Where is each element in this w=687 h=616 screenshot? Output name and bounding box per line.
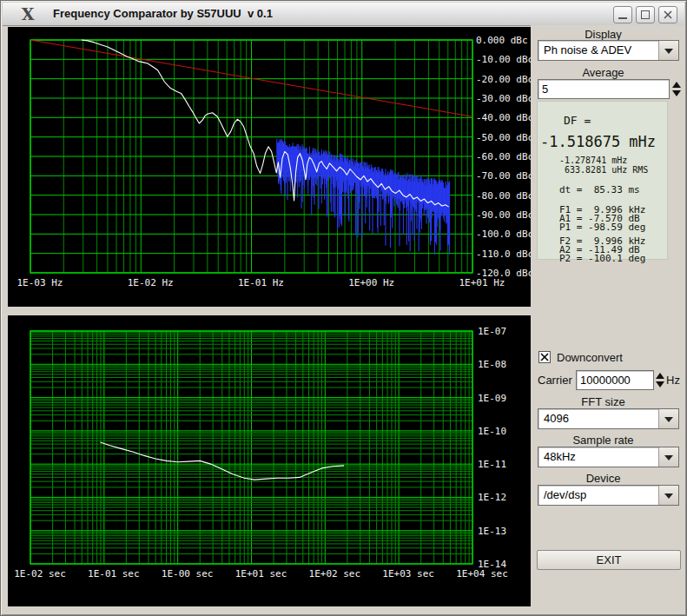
close-button[interactable] [658,6,677,23]
display-select-value: Ph noise & ADEV [544,41,631,60]
device-select[interactable]: /dev/dsp [538,485,679,506]
x-tick-label: 1E-03 Hz [17,277,63,288]
y-tick-label: -30.00 dBc [476,93,531,104]
adev-plot: 1E-071E-081E-091E-101E-111E-121E-131E-14… [8,315,532,606]
carrier-label: Carrier [538,374,572,387]
df-label: DF = [564,114,667,127]
fft-size-select[interactable]: 4096 [538,408,679,429]
y-tick-label: -20.00 dBc [476,74,531,85]
display-label: Display [531,28,676,41]
maximize-icon [641,10,650,19]
x-tick-label: 1E+01 sec [235,568,287,580]
p1-value: P1 = -98.59 deg [559,223,667,232]
adev-chart: 1E-071E-081E-091E-101E-111E-121E-131E-14… [8,315,531,606]
y-tick-label: -60.00 dBc [476,151,531,162]
average-spinner[interactable] [670,79,682,99]
x-tick-label: 1E-02 Hz [128,277,174,288]
sample-rate-label: Sample rate [531,434,676,447]
x-tick-label: 1E-02 sec [14,568,66,580]
x-tick-label: 1E+02 sec [309,568,361,580]
y-tick-label: -80.00 dBc [476,190,531,202]
carrier-spinner[interactable] [654,370,665,390]
y-tick-label: 0.000 dBc [476,35,528,46]
spin-up-icon[interactable] [672,82,681,88]
x-tick-label: 1E+03 sec [382,568,434,580]
measurement-readout: DF = -1.518675 mHz -1.278741 mHz 633.828… [537,101,668,260]
downconvert-checkbox[interactable] [538,351,551,363]
spin-down-icon[interactable] [656,381,664,387]
x-tick-label: 1E-00 sec [162,568,214,580]
y-tick-label: -40.00 dBc [476,112,531,123]
chevron-down-icon[interactable] [658,41,678,60]
window-icon: X [17,3,39,24]
phase-noise-plot: 0.000 dBc-10.00 dBc-20.00 dBc-30.00 dBc-… [8,27,532,307]
average-label: Average [531,66,676,79]
y-tick-label: 1E-11 [478,459,506,470]
y-tick-label: -50.00 dBc [476,132,531,143]
df-sub1: -1.278741 mHz [559,156,667,165]
downconvert-label: Downconvert [557,351,623,364]
check-x-icon [539,352,550,362]
sample-rate-value: 48kHz [544,447,576,467]
chevron-down-icon[interactable] [658,486,678,505]
device-value: /dev/dsp [544,486,586,505]
average-input[interactable] [538,79,670,99]
y-tick-label: 1E-13 [478,526,506,537]
close-icon [664,10,672,19]
minimize-button[interactable] [613,6,632,23]
dt-value: dt = 85.33 ms [559,186,667,195]
title-bar[interactable]: X Frequency Comparator by S57UUU v 0.1 [3,3,684,26]
x-tick-label: 1E-01 sec [88,568,140,580]
sample-rate-select[interactable]: 48kHz [538,447,679,467]
chevron-down-icon[interactable] [658,409,678,428]
spin-up-icon[interactable] [656,373,664,379]
x-tick-label: 1E+00 Hz [348,277,394,288]
exit-button[interactable]: EXIT [537,550,681,570]
x-tick-label: 1E+01 Hz [459,277,505,288]
window-title: Frequency Comparator by S57UUU v 0.1 [53,3,273,25]
x-tick-label: 1E+04 sec [456,568,508,580]
maximize-button[interactable] [636,6,655,23]
device-label: Device [531,472,676,485]
app-window: X Frequency Comparator by S57UUU v 0.1 0… [0,0,687,616]
carrier-unit-label: Hz [666,374,680,387]
chevron-down-icon[interactable] [658,447,678,467]
y-tick-label: -100.0 dBc [476,229,531,240]
y-tick-label: 1E-08 [478,359,506,370]
spin-down-icon[interactable] [672,90,681,96]
y-tick-label: 1E-10 [478,426,506,437]
y-tick-label: -110.0 dBc [476,248,531,260]
y-tick-label: 1E-07 [478,326,506,337]
p2-value: P2 = -100.1 deg [559,255,667,263]
y-tick-label: 1E-12 [478,492,506,503]
df-value: -1.518675 mHz [540,133,667,150]
control-sidebar: Display Ph noise & ADEV Average DF = -1.… [531,25,684,613]
x-tick-label: 1E-01 Hz [238,277,284,288]
y-tick-label: -90.00 dBc [476,209,531,221]
y-tick-label: -70.00 dBc [476,170,531,182]
y-tick-label: -10.00 dBc [476,54,531,65]
minimize-icon [618,17,627,19]
display-select[interactable]: Ph noise & ADEV [538,40,679,61]
phase-noise-chart: 0.000 dBc-10.00 dBc-20.00 dBc-30.00 dBc-… [8,27,531,307]
fft-size-label: FFT size [531,395,676,408]
fft-size-value: 4096 [544,409,569,428]
df-sub2: 633.8281 uHz RMS [559,165,667,175]
carrier-input[interactable] [576,370,654,390]
y-tick-label: 1E-09 [478,393,506,404]
